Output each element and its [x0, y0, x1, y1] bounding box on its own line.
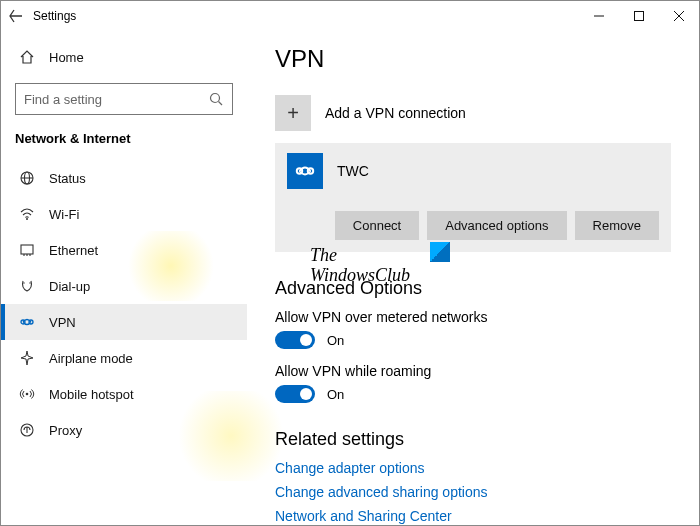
vpn-button-row: Connect Advanced options Remove: [287, 211, 659, 240]
sidebar-item-hotspot[interactable]: Mobile hotspot: [15, 376, 233, 412]
minimize-button[interactable]: [579, 1, 619, 31]
svg-point-9: [23, 282, 24, 283]
metered-state: On: [327, 333, 344, 348]
main-panel: VPN + Add a VPN connection TWC Connect A…: [247, 31, 699, 525]
svg-line-3: [219, 102, 223, 106]
sidebar-item-label: Mobile hotspot: [49, 387, 134, 402]
roaming-state: On: [327, 387, 344, 402]
window-controls: [579, 1, 699, 31]
sidebar-home-label: Home: [49, 50, 84, 65]
svg-rect-8: [21, 245, 33, 254]
content: Home Find a setting Network & Internet S…: [1, 31, 699, 525]
sidebar-item-label: Proxy: [49, 423, 82, 438]
maximize-button[interactable]: [619, 1, 659, 31]
proxy-icon: [19, 422, 35, 438]
related-heading: Related settings: [275, 429, 671, 450]
hotspot-icon: [19, 386, 35, 402]
sidebar-item-label: VPN: [49, 315, 76, 330]
sidebar-item-label: Dial-up: [49, 279, 90, 294]
close-button[interactable]: [659, 1, 699, 31]
vpn-connection-card[interactable]: TWC Connect Advanced options Remove: [275, 143, 671, 252]
dialup-icon: [19, 278, 35, 294]
titlebar-left: Settings: [9, 9, 76, 23]
sidebar-home[interactable]: Home: [15, 39, 233, 75]
advanced-options-button[interactable]: Advanced options: [427, 211, 566, 240]
sidebar-item-proxy[interactable]: Proxy: [15, 412, 233, 448]
metered-toggle-row: On: [275, 331, 671, 349]
add-vpn-row[interactable]: + Add a VPN connection: [275, 91, 671, 135]
sidebar-item-label: Status: [49, 171, 86, 186]
remove-button[interactable]: Remove: [575, 211, 659, 240]
search-input[interactable]: Find a setting: [15, 83, 233, 115]
airplane-icon: [19, 350, 35, 366]
sidebar-item-vpn[interactable]: VPN: [1, 304, 247, 340]
sidebar-item-label: Ethernet: [49, 243, 98, 258]
metered-toggle[interactable]: [275, 331, 315, 349]
svg-point-10: [29, 282, 30, 283]
page-title: VPN: [275, 45, 671, 73]
connect-button[interactable]: Connect: [335, 211, 419, 240]
settings-window: Settings Home Find a setting: [0, 0, 700, 526]
vpn-connection-name: TWC: [337, 163, 369, 179]
add-vpn-label: Add a VPN connection: [325, 105, 466, 121]
search-placeholder: Find a setting: [24, 92, 102, 107]
svg-point-13: [26, 393, 29, 396]
sidebar: Home Find a setting Network & Internet S…: [1, 31, 247, 525]
roaming-toggle-row: On: [275, 385, 671, 403]
advanced-heading: Advanced Options: [275, 278, 671, 299]
link-sharing[interactable]: Change advanced sharing options: [275, 484, 671, 500]
sidebar-item-airplane[interactable]: Airplane mode: [15, 340, 233, 376]
sidebar-item-dialup[interactable]: Dial-up: [15, 268, 233, 304]
home-icon: [19, 49, 35, 65]
vpn-icon: [19, 314, 35, 330]
ethernet-icon: [19, 242, 35, 258]
vpn-badge-icon: [287, 153, 323, 189]
globe-icon: [19, 170, 35, 186]
sidebar-item-status[interactable]: Status: [15, 160, 233, 196]
wifi-icon: [19, 206, 35, 222]
sidebar-section: Network & Internet: [15, 131, 233, 146]
sidebar-item-wifi[interactable]: Wi-Fi: [15, 196, 233, 232]
titlebar: Settings: [1, 1, 699, 31]
roaming-toggle[interactable]: [275, 385, 315, 403]
metered-label: Allow VPN over metered networks: [275, 309, 671, 325]
plus-icon: +: [275, 95, 311, 131]
window-title: Settings: [33, 9, 76, 23]
search-icon: [208, 91, 224, 107]
vpn-card-header: TWC: [287, 153, 659, 189]
sidebar-item-label: Wi-Fi: [49, 207, 79, 222]
link-adapter[interactable]: Change adapter options: [275, 460, 671, 476]
svg-point-2: [211, 94, 220, 103]
sidebar-item-ethernet[interactable]: Ethernet: [15, 232, 233, 268]
sidebar-item-label: Airplane mode: [49, 351, 133, 366]
link-center[interactable]: Network and Sharing Center: [275, 508, 671, 524]
back-icon[interactable]: [9, 9, 23, 23]
roaming-label: Allow VPN while roaming: [275, 363, 671, 379]
svg-point-7: [26, 218, 28, 220]
svg-rect-1: [635, 12, 644, 21]
